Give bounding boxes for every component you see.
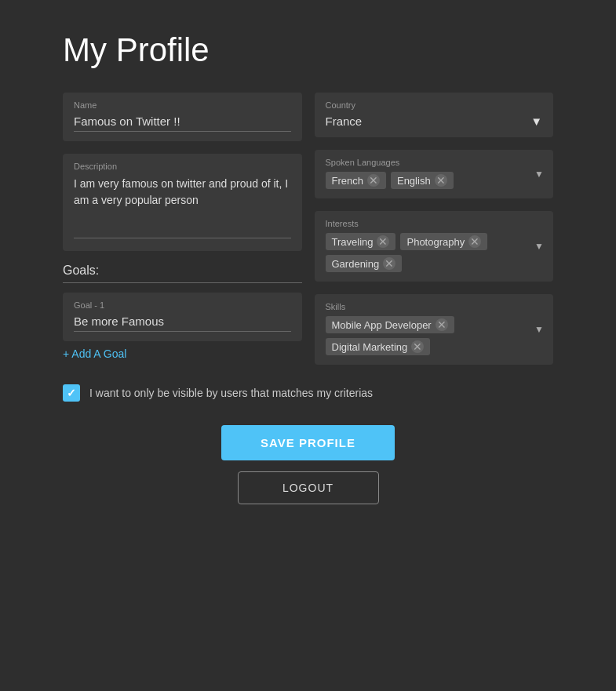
- tag-french-label: French: [332, 175, 363, 187]
- tag-mobile-dev-label: Mobile App Developer: [332, 319, 432, 331]
- add-goal-link[interactable]: + Add A Goal: [63, 347, 126, 360]
- tag-english-remove[interactable]: ✕: [435, 174, 447, 187]
- tag-gardening: Gardening ✕: [326, 255, 403, 272]
- page-title: My Profile: [63, 31, 553, 69]
- goal-1-label: Goal - 1: [74, 300, 291, 310]
- description-field-box: Description I am very famous on twitter …: [63, 154, 302, 251]
- tag-photography: Photography ✕: [400, 233, 487, 250]
- name-label: Name: [74, 100, 291, 110]
- visibility-checkbox-row: ✓ I want to only be visible by users tha…: [63, 384, 553, 402]
- tag-gardening-label: Gardening: [332, 258, 380, 270]
- visibility-checkbox[interactable]: ✓: [63, 384, 80, 402]
- tag-digital-marketing-remove[interactable]: ✕: [411, 340, 424, 353]
- tag-french-remove[interactable]: ✕: [367, 174, 380, 187]
- interests-box: Interests Traveling ✕ Photography ✕ Gard…: [315, 211, 554, 282]
- tag-english-label: English: [397, 175, 431, 187]
- goal-1-input[interactable]: [74, 315, 291, 332]
- buttons-row: SAVE PROFILE LOGOUT: [63, 425, 553, 504]
- tag-traveling-remove[interactable]: ✕: [377, 235, 389, 248]
- tag-mobile-dev-remove[interactable]: ✕: [436, 318, 448, 331]
- name-input[interactable]: [74, 115, 291, 132]
- goals-label: Goals:: [63, 264, 302, 283]
- left-column: Name Description I am very famous on twi…: [63, 93, 302, 369]
- country-select-value[interactable]: France ▼: [326, 115, 543, 128]
- tag-gardening-remove[interactable]: ✕: [383, 257, 395, 270]
- interests-tags: Traveling ✕ Photography ✕ Gardening ✕: [326, 233, 543, 272]
- skills-label: Skills: [326, 302, 543, 311]
- save-profile-button[interactable]: SAVE PROFILE: [221, 425, 395, 460]
- skills-tags: Mobile App Developer ✕ Digital Marketing…: [326, 316, 543, 355]
- spoken-languages-tags: French ✕ English ✕: [326, 172, 543, 189]
- name-field-box: Name: [63, 93, 302, 141]
- logout-button[interactable]: LOGOUT: [238, 471, 379, 504]
- country-label: Country: [326, 100, 543, 110]
- spoken-languages-box: Spoken Languages French ✕ English ✕ ▼: [315, 150, 554, 198]
- spoken-languages-label: Spoken Languages: [326, 158, 543, 167]
- checkmark-icon: ✓: [67, 387, 76, 399]
- country-dropdown[interactable]: Country France ▼: [315, 93, 554, 137]
- tag-mobile-dev: Mobile App Developer ✕: [326, 316, 454, 333]
- tag-digital-marketing-label: Digital Marketing: [332, 341, 408, 353]
- goals-section: Goals: Goal - 1 + Add A Goal: [63, 264, 302, 361]
- tag-traveling-label: Traveling: [332, 236, 374, 248]
- country-chevron-icon: ▼: [530, 115, 542, 128]
- right-column: Country France ▼ Spoken Languages French…: [315, 93, 554, 369]
- tag-french: French ✕: [326, 172, 386, 189]
- visibility-checkbox-label: I want to only be visible by users that …: [89, 387, 373, 399]
- tag-digital-marketing: Digital Marketing ✕: [326, 338, 431, 355]
- country-value: France: [326, 115, 363, 128]
- tag-photography-label: Photography: [406, 236, 465, 248]
- skills-box: Skills Mobile App Developer ✕ Digital Ma…: [315, 294, 554, 365]
- description-label: Description: [74, 162, 291, 171]
- goal-1-box: Goal - 1: [63, 293, 302, 341]
- tag-english: English ✕: [391, 172, 454, 189]
- interests-label: Interests: [326, 219, 543, 228]
- tag-photography-remove[interactable]: ✕: [468, 235, 481, 248]
- description-input[interactable]: I am very famous on twitter and proud of…: [74, 176, 291, 238]
- tag-traveling: Traveling ✕: [326, 233, 396, 250]
